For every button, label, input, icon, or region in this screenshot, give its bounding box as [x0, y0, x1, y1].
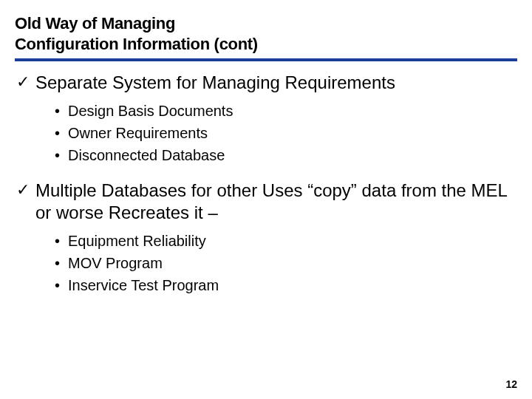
sub-item: Inservice Test Program	[55, 274, 517, 296]
bullet-item-1: ✓ Separate System for Managing Requireme…	[15, 72, 517, 94]
sub-item: Equipment Reliability	[55, 230, 517, 252]
sub-list-2: Equipment Reliability MOV Program Inserv…	[55, 230, 517, 296]
sub-list-1: Design Basis Documents Owner Requirement…	[55, 100, 517, 166]
title-underline	[15, 58, 517, 61]
sub-item: Owner Requirements	[55, 122, 517, 144]
page-number: 12	[505, 378, 517, 390]
bullet-text: Multiple Databases for other Uses “copy”…	[35, 180, 517, 224]
title-line2: Configuration Information (cont)	[15, 35, 258, 53]
sub-item: Design Basis Documents	[55, 100, 517, 122]
sub-item: MOV Program	[55, 252, 517, 274]
check-icon: ✓	[15, 72, 30, 92]
sub-item: Disconnected Database	[55, 144, 517, 166]
title-line1: Old Way of Managing	[15, 14, 175, 33]
bullet-item-2: ✓ Multiple Databases for other Uses “cop…	[15, 180, 517, 224]
check-icon: ✓	[15, 180, 30, 200]
bullet-text: Separate System for Managing Requirement…	[35, 72, 395, 94]
slide-title: Old Way of Managing Configuration Inform…	[15, 13, 517, 54]
